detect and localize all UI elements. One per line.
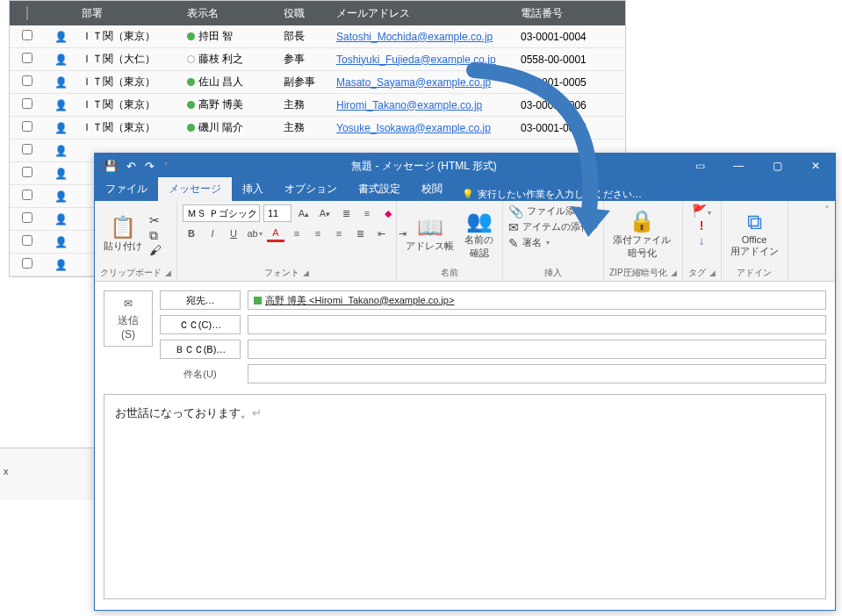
clear-format-icon[interactable]: ◆ [379,204,397,222]
row-checkbox[interactable] [22,121,32,132]
attach-item-button[interactable]: ✉アイテムの添付 ▾ [508,220,598,233]
presence-icon [187,124,195,132]
zip-encrypt-button[interactable]: 🔒 添付ファイル 暗号化 [609,209,674,261]
dialog-launcher-icon[interactable]: ◢ [303,269,309,277]
format-painter-icon[interactable]: 🖌 [149,244,162,256]
cell-phone: 03-0001-0004 [515,27,612,47]
row-checkbox[interactable] [22,75,32,86]
person-icon: 👤 [45,187,76,206]
undo-icon[interactable]: ↶ [126,160,136,173]
ribbon-tabs: ファイル メッセージ 挿入 オプション 書式設定 校閲 💡 実行したい作業を入力… [95,178,835,201]
row-checkbox[interactable] [22,144,32,154]
row-checkbox[interactable] [22,235,32,246]
header-checkbox-cell[interactable] [10,4,45,23]
cc-button[interactable]: ＣＣ(C)… [160,315,241,334]
highlight-icon[interactable]: ab▾ [246,225,263,242]
tab-file[interactable]: ファイル [95,177,158,201]
row-checkbox[interactable] [22,190,32,200]
signature-button[interactable]: ✎署名 ▾ [508,236,550,249]
dialog-launcher-icon[interactable]: ◢ [671,269,677,277]
tab-review[interactable]: 校閲 [411,177,453,201]
numbering-icon[interactable]: ≡ [358,204,376,222]
row-checkbox[interactable] [22,167,32,177]
font-color-icon[interactable]: A [267,225,284,242]
copy-icon[interactable]: ⧉ [149,229,162,241]
lightbulb-icon: 💡 [462,189,474,200]
cell-role: 主務 [278,94,331,116]
italic-icon[interactable]: I [204,225,221,242]
row-checkbox[interactable] [22,212,32,223]
cell-name: 磯川 陽介 [182,117,278,139]
check-names-button[interactable]: 👥 名前の 確認 [461,209,497,261]
ribbon-options-icon[interactable]: ▭ [680,154,719,178]
dialog-launcher-icon[interactable]: ◢ [165,269,171,277]
cell-mail[interactable]: Toshiyuki_Fujieda@example.co.jp [331,50,515,69]
to-button[interactable]: 宛先… [160,290,241,310]
row-checkbox[interactable] [22,30,32,40]
office-addins-button[interactable]: ⧉ Office 用アドイン [727,210,782,260]
table-row[interactable]: 👤ＩＴ関（東京）佐山 昌人副参事Masato_Sayama@example.co… [10,71,625,94]
cell-mail[interactable]: Satoshi_Mochida@example.co.jp [331,27,515,47]
align-left-icon[interactable]: ≡ [288,225,306,242]
address-book-button[interactable]: 📖 アドレス帳 [402,215,457,254]
row-checkbox[interactable] [22,98,32,109]
cell-phone: 0558-00-0001 [515,50,612,69]
signature-icon: ✎ [508,237,519,249]
bold-icon[interactable]: B [183,225,200,242]
to-field[interactable]: 高野 博美 <Hiromi_Takano@example.co.jp> [248,290,826,310]
align-center-icon[interactable]: ≡ [309,225,327,242]
font-size-select[interactable] [263,204,291,222]
high-importance-icon[interactable]: ! [700,219,704,232]
underline-icon[interactable]: U [225,225,242,242]
message-body[interactable]: お世話になっております。↵ [104,394,826,599]
table-row[interactable]: 👤ＩＴ関（大仁）藤枝 利之参事Toshiyuki_Fujieda@example… [10,48,625,71]
presence-icon [187,78,195,86]
table-header-row: 部署 表示名 役職 メールアドレス 電話番号 [10,1,625,25]
tab-format[interactable]: 書式設定 [348,177,411,201]
subject-field[interactable] [248,364,826,383]
send-button[interactable]: ✉ 送信 (S) [104,290,153,347]
table-row[interactable]: 👤ＩＴ関（東京）磯川 陽介主務Yosuke_Isokawa@example.co… [10,117,625,140]
cell-mail[interactable]: Yosuke_Isokawa@example.co.jp [331,118,515,138]
ribbon-group-zip: 🔒 添付ファイル 暗号化 ZIP圧縮暗号化◢ [604,201,683,281]
recipient-chip[interactable]: 高野 博美 <Hiromi_Takano@example.co.jp> [265,294,454,307]
cut-icon[interactable]: ✂ [149,214,162,226]
minimize-icon[interactable]: — [719,154,758,178]
dialog-launcher-icon[interactable]: ◢ [709,269,716,277]
tab-message[interactable]: メッセージ [158,177,232,201]
bcc-field[interactable] [248,340,826,359]
close-icon[interactable]: ✕ [796,154,835,178]
tell-me-search[interactable]: 💡 実行したい作業を入力してください… [453,188,651,201]
presence-icon [187,101,195,109]
paste-button[interactable]: 📋 貼り付け [100,215,146,254]
cell-dept: ＩＴ関（東京） [76,94,182,116]
font-name-select[interactable] [183,204,260,222]
row-checkbox[interactable] [22,53,32,63]
table-row[interactable]: 👤ＩＴ関（東京）持田 智部長Satoshi_Mochida@example.co… [10,25,625,48]
save-icon[interactable]: 💾 [104,160,118,173]
shrink-font-icon[interactable]: A▾ [316,204,334,222]
clipboard-icon: 📋 [110,217,136,238]
low-importance-icon[interactable]: ↓ [699,234,705,247]
cell-mail[interactable]: Masato_Sayama@example.co.jp [331,73,515,92]
maximize-icon[interactable]: ▢ [758,154,796,178]
cc-field[interactable] [248,315,826,334]
person-icon: 👤 [45,164,76,183]
grow-font-icon[interactable]: A▴ [295,204,313,222]
tab-insert[interactable]: 挿入 [232,177,274,201]
ribbon-group-font: A▴ A▾ ≣ ≡ ◆ B I U ab▾ A ≡ ≡ ≡ ≣ ⇤ [177,201,397,281]
cell-mail[interactable]: Hiromi_Takano@example.co.jp [331,96,515,115]
indent-dec-icon[interactable]: ⇤ [372,225,390,242]
table-row[interactable]: 👤ＩＴ関（東京）高野 博美主務Hiromi_Takano@example.co.… [10,94,625,117]
follow-up-flag-icon[interactable]: 🚩▾ [692,204,711,217]
redo-icon[interactable]: ↷ [145,160,155,173]
bcc-button[interactable]: ＢＣＣ(B)… [160,340,241,359]
attach-file-button[interactable]: 📎ファイル添付 ▾ [508,204,593,218]
align-right-icon[interactable]: ≡ [330,225,348,242]
bullets-icon[interactable]: ≣ [337,204,355,222]
header-dept: 部署 [76,3,182,25]
align-justify-icon[interactable]: ≣ [351,225,369,242]
row-checkbox[interactable] [22,258,32,269]
tab-options[interactable]: オプション [274,177,348,201]
collapse-ribbon-icon[interactable]: ˄ [824,204,830,216]
